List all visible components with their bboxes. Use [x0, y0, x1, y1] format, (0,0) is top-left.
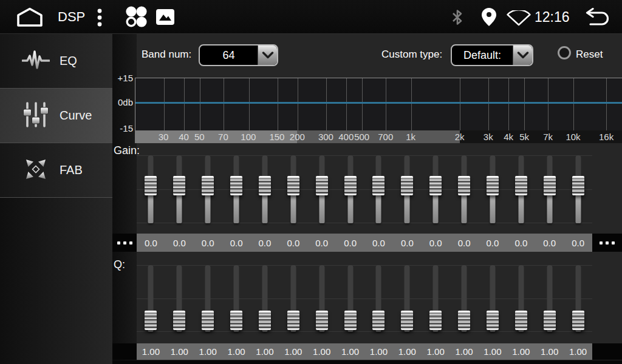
gain-slider-thumb[interactable]: [145, 176, 157, 195]
chevron-down-icon: [258, 46, 277, 65]
q-slider-3[interactable]: [194, 265, 222, 332]
sidebar-item-eq[interactable]: EQ: [0, 34, 112, 89]
home-icon[interactable]: [16, 7, 44, 30]
gain-slider-thumb[interactable]: [372, 176, 384, 195]
y-axis-label-zero: 0db: [112, 97, 133, 107]
sidebar-item-curve[interactable]: Curve: [0, 89, 112, 143]
gain-slider-6[interactable]: [279, 155, 307, 223]
q-row-left-end: [112, 343, 137, 360]
q-slider-7[interactable]: [307, 265, 336, 332]
q-slider-thumb[interactable]: [544, 311, 556, 330]
gain-slider-thumb[interactable]: [429, 176, 442, 195]
q-slider-11[interactable]: [422, 265, 450, 332]
reset-radio[interactable]: [558, 46, 571, 59]
gain-slider-thumb[interactable]: [287, 176, 299, 195]
q-slider-thumb[interactable]: [230, 311, 242, 330]
freq-tick-label: 70: [218, 130, 228, 143]
sidebar-item-fab[interactable]: FAB: [0, 143, 112, 198]
q-slider-12[interactable]: [450, 265, 479, 332]
q-slider-thumb[interactable]: [145, 311, 157, 330]
gain-slider-thumb[interactable]: [487, 176, 499, 195]
q-slider-2[interactable]: [165, 265, 194, 332]
gain-slider-thumb[interactable]: [259, 176, 271, 195]
gain-slider-1[interactable]: [137, 155, 165, 223]
q-slider-thumb[interactable]: [401, 311, 413, 330]
sidebar-item-label: Curve: [60, 109, 92, 123]
gain-page-next-button[interactable]: [592, 234, 622, 252]
q-slider-1[interactable]: [137, 265, 165, 332]
q-slider-thumb[interactable]: [316, 311, 328, 330]
gain-slider-16[interactable]: [564, 155, 592, 223]
dot: [117, 241, 120, 244]
q-slider-16[interactable]: [564, 265, 592, 332]
q-slider-9[interactable]: [364, 265, 393, 332]
gain-slider-12[interactable]: [450, 155, 479, 223]
q-values-row: 1.001.001.001.001.001.001.001.001.001.00…: [112, 343, 622, 360]
freq-tick-label: 3k: [484, 130, 493, 143]
freq-tick-label: 40: [179, 130, 189, 143]
gain-slider-4[interactable]: [222, 155, 251, 223]
q-slider-13[interactable]: [479, 265, 507, 332]
q-slider-15[interactable]: [535, 265, 564, 332]
custom-type-dropdown[interactable]: Default:: [451, 44, 533, 66]
gain-slider-thumb[interactable]: [316, 176, 328, 195]
gain-slider-thumb[interactable]: [544, 176, 556, 195]
gain-slider-15[interactable]: [535, 155, 564, 223]
gain-slider-thumb[interactable]: [173, 176, 185, 195]
apps-clover-icon[interactable]: [124, 5, 148, 31]
q-slider-14[interactable]: [507, 265, 535, 332]
gain-page-prev-button[interactable]: [112, 234, 137, 252]
gain-slider-13[interactable]: [479, 155, 507, 223]
gain-slider-10[interactable]: [393, 155, 422, 223]
gain-slider-thumb[interactable]: [401, 176, 413, 195]
freq-tick-label: 7k: [543, 130, 553, 143]
q-slider-thumb[interactable]: [487, 311, 499, 330]
gain-slider-8[interactable]: [336, 155, 364, 223]
gain-slider-thumb[interactable]: [344, 176, 357, 195]
gain-slider-thumb[interactable]: [458, 176, 470, 195]
gain-slider-11[interactable]: [422, 155, 450, 223]
overflow-menu-icon[interactable]: [97, 8, 103, 29]
q-slider-thumb[interactable]: [259, 311, 271, 330]
gain-slider-7[interactable]: [307, 155, 336, 223]
q-label: Q:: [114, 258, 125, 271]
sidebar-item-label: FAB: [60, 163, 83, 177]
q-slider-thumb[interactable]: [344, 311, 357, 330]
q-slider-thumb[interactable]: [202, 311, 214, 330]
gridline: [298, 78, 298, 130]
gain-slider-2[interactable]: [165, 155, 194, 223]
gain-slider-thumb[interactable]: [202, 176, 214, 195]
q-slider-thumb[interactable]: [572, 311, 584, 330]
gain-slider-5[interactable]: [251, 155, 279, 223]
q-slider-6[interactable]: [279, 265, 307, 332]
gain-value: 0.0: [364, 234, 393, 252]
gain-slider-thumb[interactable]: [572, 176, 584, 195]
q-slider-10[interactable]: [393, 265, 422, 332]
dot: [606, 241, 609, 244]
q-value: 1.00: [307, 343, 336, 360]
gallery-icon[interactable]: [156, 9, 174, 27]
band-num-dropdown[interactable]: 64: [199, 44, 278, 66]
gain-value: 0.0: [479, 234, 507, 252]
gain-slider-thumb[interactable]: [230, 176, 242, 195]
q-slider-5[interactable]: [251, 265, 279, 332]
back-icon[interactable]: [582, 8, 611, 29]
gain-slider-3[interactable]: [194, 155, 222, 223]
q-slider-thumb[interactable]: [173, 311, 185, 330]
freq-tick-label: 16k: [599, 130, 613, 143]
status-bar: DSP 12:16: [0, 0, 622, 34]
gridline: [278, 78, 278, 130]
q-slider-thumb[interactable]: [287, 311, 299, 330]
q-slider-thumb[interactable]: [458, 311, 470, 330]
gridline: [548, 78, 549, 130]
q-slider-thumb[interactable]: [429, 311, 442, 330]
q-slider-8[interactable]: [336, 265, 364, 332]
gain-slider-9[interactable]: [364, 155, 393, 223]
gain-slider-14[interactable]: [507, 155, 535, 223]
y-axis-label-min: -15: [112, 123, 133, 133]
gain-slider-thumb[interactable]: [515, 176, 527, 195]
eq-plot[interactable]: [135, 78, 622, 130]
q-slider-4[interactable]: [222, 265, 251, 332]
q-slider-thumb[interactable]: [515, 311, 527, 330]
q-slider-thumb[interactable]: [372, 311, 384, 330]
